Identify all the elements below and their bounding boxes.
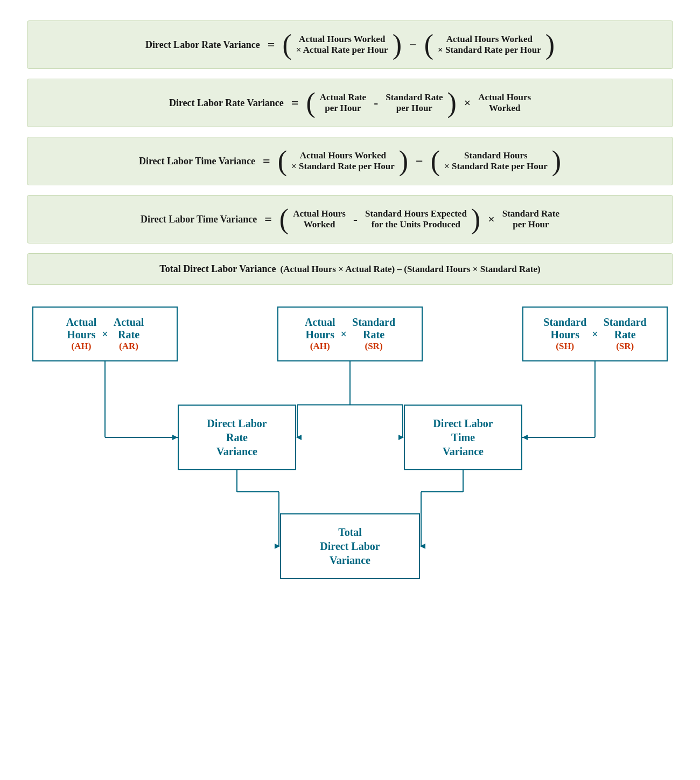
paren-open-7: ( [279,205,289,233]
box-dltv: Direct LaborTimeVariance [404,405,522,470]
spacer-2 [22,470,678,513]
paren-close-7: ) [471,205,480,233]
box-sh-sr: StandardHours (SH) × StandardRate (SR) [522,307,668,361]
paren-close-5: ) [399,147,408,175]
formula-4-term2: Standard Hours Expected for the Units Pr… [365,208,467,230]
paren-close-3: ) [447,89,456,117]
formula-3-equals: = [263,154,270,169]
formula-2: Direct Labor Rate Variance = ( Actual Ra… [27,79,673,127]
paren-close-2: ) [545,31,555,59]
formula-4-label: Direct Labor Time Variance [141,214,257,225]
formula-4-equals: = [264,212,272,227]
formula-5-label: Total Direct Labor Variance [159,263,276,275]
formula-2-minus: - [374,96,378,110]
paren-close-6: ) [552,147,561,175]
formula-3-minus: − [416,154,423,169]
formula-2-times: × [464,96,471,110]
formula-4-minus: - [353,212,358,227]
box-tdlv: TotalDirect LaborVariance [280,513,420,579]
formula-2-equals: = [291,96,299,110]
box-ah-ar: ActualHours (AH) × ActualRate (AR) [32,307,178,361]
formula-4-term1: Actual Hours Worked [293,208,346,230]
formula-2-term2: Standard Rate per Hour [386,92,443,114]
paren-open-5: ( [278,147,287,175]
formula-1-minus: − [409,38,417,52]
spacer-1 [22,361,678,405]
formula-1: Direct Labor Rate Variance = ( Actual Ho… [27,20,673,69]
formula-1-term1: Actual Hours Worked × Actual Rate per Ho… [296,34,388,55]
formula-3-term2: Standard Hours × Standard Rate per Hour [444,150,548,172]
formula-3: Direct Labor Time Variance = ( Actual Ho… [27,137,673,185]
formula-3-label: Direct Labor Time Variance [139,156,255,167]
diagram-bottom-row: TotalDirect LaborVariance [22,513,678,579]
formula-2-label: Direct Labor Rate Variance [169,98,284,109]
formula-4: Direct Labor Time Variance = ( Actual Ho… [27,195,673,243]
formula-5-text: (Actual Hours × Actual Rate) – (Standard… [281,264,541,275]
paren-open-1: ( [282,31,291,59]
paren-close-1: ) [393,31,402,59]
formula-4-term3: Standard Rate per Hour [502,208,559,230]
paren-open-2: ( [424,31,433,59]
paren-open-3: ( [306,89,315,117]
box-ah-sr: ActualHours (AH) × StandardRate (SR) [277,307,423,361]
formula-1-equals: = [268,38,275,52]
formula-1-label: Direct Labor Rate Variance [145,39,260,51]
formula-5: Total Direct Labor Variance (Actual Hour… [27,253,673,285]
paren-open-6: ( [431,147,440,175]
formula-4-times: × [488,212,495,226]
diagram-section: ActualHours (AH) × ActualRate (AR) Actua… [22,307,678,579]
diagram-top-row: ActualHours (AH) × ActualRate (AR) Actua… [22,307,678,361]
formula-2-term1: Actual Rate per Hour [320,92,366,114]
diagram-middle-row: Direct LaborRateVariance Direct LaborTim… [22,405,678,470]
formula-3-term1: Actual Hours Worked × Standard Rate per … [291,150,395,172]
box-dlrv: Direct LaborRateVariance [178,405,296,470]
formula-2-term3: Actual Hours Worked [478,92,531,114]
formula-1-term2: Actual Hours Worked × Standard Rate per … [438,34,541,55]
